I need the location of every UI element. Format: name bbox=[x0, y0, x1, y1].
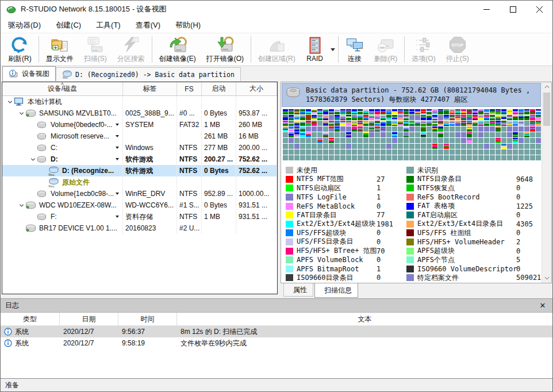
menu-item[interactable]: 工具(T) bbox=[89, 18, 128, 33]
legend-swatch bbox=[286, 266, 293, 272]
tree-row[interactable]: SAMSUNG MZVLB1T0...0025_388B_9...#0 ...0… bbox=[2, 107, 277, 119]
legend-item: UFS/FFS 柱面组0 bbox=[406, 229, 542, 238]
legend-count: 5 bbox=[516, 256, 520, 264]
raid-dropdown-arrow-icon[interactable] bbox=[331, 48, 335, 51]
toolbar-connect-button[interactable]: 连接 bbox=[340, 33, 369, 66]
tree-row[interactable]: Rec.D: (Recognize...软件游戏NTFS0 Bytes752.6… bbox=[2, 165, 277, 176]
scroll-thumb[interactable] bbox=[543, 93, 550, 126]
scan-block bbox=[444, 138, 449, 143]
legend-label: APFS超级块 bbox=[417, 246, 516, 256]
device-dropdown-icon[interactable] bbox=[116, 147, 119, 149]
tree-column-header[interactable]: 启动 bbox=[202, 82, 236, 95]
device-dropdown-icon[interactable] bbox=[116, 158, 119, 160]
scroll-up-icon[interactable] bbox=[542, 82, 551, 91]
log-column-header[interactable]: 类型 bbox=[1, 313, 60, 325]
minimize-button[interactable] bbox=[473, 1, 500, 18]
tree-row[interactable]: WDC WD10EZEX-08W...WD-WCC6Y6...#1 S...0 … bbox=[2, 199, 277, 211]
info-icon bbox=[4, 328, 12, 336]
scan-block bbox=[392, 115, 397, 120]
tree-row[interactable]: Microsoft reserve...261 MB16 MB bbox=[2, 130, 277, 142]
menu-item[interactable]: 创建(C) bbox=[48, 18, 89, 33]
scan-block bbox=[283, 115, 288, 120]
scan-legend: 未使用NTFS MFT范围27NTFS启动扇区1NTFS LogFile1ReF… bbox=[281, 162, 542, 283]
scroll-down-icon[interactable] bbox=[542, 274, 551, 283]
scan-block-map[interactable] bbox=[281, 107, 542, 162]
cell-size: 200.00 ... bbox=[236, 142, 277, 153]
expander-collapse-icon[interactable] bbox=[17, 109, 25, 117]
scan-scrollbar[interactable] bbox=[542, 82, 551, 283]
tree-row[interactable]: Rec.原始文件 bbox=[2, 176, 277, 188]
cell-label bbox=[123, 176, 177, 188]
scan-block bbox=[507, 149, 512, 155]
scan-block bbox=[375, 149, 380, 155]
tree-row[interactable]: Volume{0bedecf0-...SYSTEMFAT321 MB260 MB bbox=[2, 119, 277, 130]
tab-scan-info[interactable]: 扫描信息 bbox=[314, 283, 358, 298]
scan-block bbox=[438, 126, 443, 132]
log-row[interactable]: 系统2020/12/79:58:19文件枚举在9秒内完成 bbox=[1, 337, 552, 349]
log-column-header[interactable]: 日期 bbox=[60, 313, 118, 325]
tree-row[interactable]: F:资料存储NTFS1 MB931.51 ... bbox=[2, 211, 277, 222]
toolbar-open-image-button[interactable]: 打开镜像(O) bbox=[201, 33, 249, 66]
menu-item[interactable]: 帮助(H) bbox=[168, 18, 208, 33]
menu-item[interactable]: 驱动器(D) bbox=[1, 18, 48, 33]
scan-block bbox=[467, 155, 472, 160]
scan-block bbox=[340, 126, 345, 132]
tree-column-header[interactable]: 设备/磁盘˄ bbox=[2, 82, 123, 95]
tree-row[interactable]: BR17 DEVICE V1.00 1....20160823#2 U... bbox=[2, 222, 277, 234]
expander-collapse-icon[interactable] bbox=[17, 201, 25, 209]
expander-collapse-icon[interactable] bbox=[6, 98, 14, 106]
scan-block bbox=[438, 149, 443, 155]
scan-block bbox=[294, 126, 299, 132]
menu-bar: 驱动器(D)创建(C)工具(T)查看(V)帮助(H) bbox=[1, 18, 552, 33]
scan-block bbox=[317, 126, 322, 132]
device-name: Microsoft reserve... bbox=[51, 132, 109, 140]
legend-item: Ext2/Ext3/Ext4超级块1981 bbox=[286, 220, 406, 229]
toolbar-refresh-button[interactable]: 刷新(R) bbox=[3, 33, 37, 66]
create-region-icon bbox=[267, 36, 286, 54]
tab-device-view[interactable]: 设备视图 bbox=[2, 66, 56, 81]
toolbar-show-files-button[interactable]: 显示文件 bbox=[41, 33, 79, 66]
legend-label: 特定档案文件 bbox=[417, 273, 516, 283]
tree-column-header[interactable]: 大小 bbox=[236, 82, 277, 95]
log-column-header[interactable]: 文本 bbox=[177, 313, 552, 325]
toolbar-create-region-button: 创建区域(R) bbox=[253, 33, 301, 66]
tab-properties[interactable]: 属性 bbox=[283, 283, 313, 297]
svg-text:Rec.: Rec. bbox=[49, 172, 56, 176]
scan-block bbox=[329, 126, 334, 132]
tree-row[interactable]: C:WindowsNTFS277 MB200.00 ... bbox=[2, 142, 277, 153]
device-tree-panel: 设备/磁盘˄标签FS启动大小 本地计算机SAMSUNG MZVLB1T0...0… bbox=[2, 82, 278, 294]
legend-label: UFS/FFS目录条目 bbox=[297, 237, 377, 247]
rstudio-window: { "window": { "title": "R-STUDIO Network… bbox=[0, 0, 553, 392]
scan-view[interactable]: Basic data partition - 752.62 GB (808121… bbox=[281, 82, 542, 283]
tab-recognized-partition[interactable]: Rec.D: (Recognized0) -> Basic data parti… bbox=[56, 67, 241, 81]
cell-boot: 0 Bytes bbox=[202, 199, 236, 211]
scan-block bbox=[473, 132, 478, 137]
tree-row[interactable]: D:软件游戏NTFS200.27 ...752.62 ... bbox=[2, 153, 277, 165]
tree-column-header[interactable]: FS bbox=[177, 82, 202, 95]
maximize-button[interactable] bbox=[500, 1, 526, 18]
scan-block bbox=[519, 155, 524, 160]
cell-boot bbox=[202, 222, 236, 234]
device-dropdown-icon[interactable] bbox=[116, 135, 119, 137]
toolbar-create-image-button[interactable]: 创建镜像(E) bbox=[154, 33, 201, 66]
legend-item: ReFS BootRecord0 bbox=[406, 193, 542, 202]
scan-block bbox=[461, 126, 466, 132]
toolbar-raid-button[interactable]: RAID bbox=[301, 33, 329, 66]
log-close-icon[interactable]: ✕ bbox=[537, 301, 548, 310]
log-row[interactable]: 系统2020/12/79:56:378m 12s 的 D: 扫描已完成 bbox=[1, 326, 552, 337]
device-dropdown-icon[interactable] bbox=[116, 124, 119, 126]
device-cell: F: bbox=[2, 211, 123, 222]
tree-row[interactable]: 本地计算机 bbox=[2, 96, 277, 107]
device-dropdown-icon[interactable] bbox=[116, 216, 119, 218]
close-button[interactable] bbox=[526, 1, 552, 18]
tree-column-header[interactable]: 标签 bbox=[123, 82, 177, 95]
scan-block bbox=[490, 115, 495, 120]
log-column-header[interactable]: 时间 bbox=[118, 313, 177, 325]
tree-row[interactable]: Volume{1ecb0c98-...WinRE_DRVNTFS952.89 .… bbox=[2, 188, 277, 199]
scan-block bbox=[409, 138, 414, 143]
legend-count: 1225 bbox=[516, 202, 533, 210]
expander-collapse-icon[interactable] bbox=[29, 155, 37, 163]
menu-item[interactable]: 查看(V) bbox=[128, 18, 168, 33]
legend-label: FAT 表格项 bbox=[417, 201, 516, 211]
device-dropdown-icon[interactable] bbox=[116, 193, 119, 195]
